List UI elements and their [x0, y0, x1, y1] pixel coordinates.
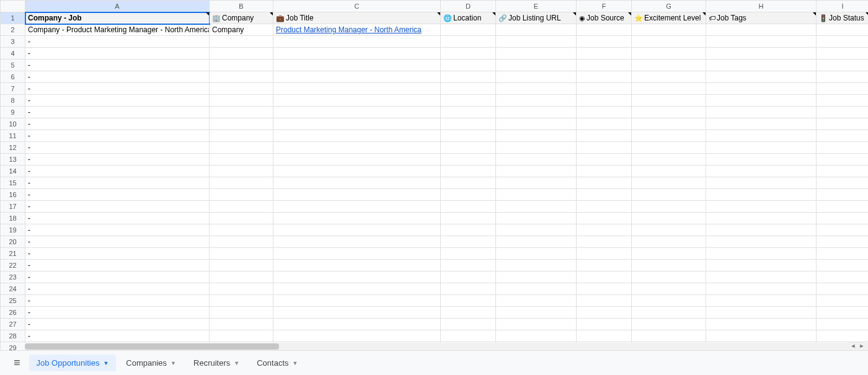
cell-E8[interactable] — [496, 95, 577, 107]
cell-D27[interactable] — [441, 319, 496, 330]
tab-menu-arrow-icon[interactable]: ▼ — [234, 360, 239, 366]
row-header-25[interactable]: 25 — [1, 295, 25, 307]
cell-C28[interactable] — [273, 330, 441, 342]
row-header-1[interactable]: 1 — [1, 12, 25, 24]
cell-G23[interactable] — [632, 271, 706, 283]
cell-E21[interactable] — [496, 248, 577, 260]
cell-A4[interactable]: - — [25, 48, 210, 60]
cell-H6[interactable] — [706, 71, 817, 83]
cell-D7[interactable] — [441, 83, 496, 95]
cell-E17[interactable] — [496, 201, 577, 213]
cell-A19[interactable]: - — [25, 224, 210, 236]
cell-I5[interactable] — [817, 60, 869, 71]
cell-D17[interactable] — [441, 201, 496, 213]
cell-D13[interactable] — [441, 154, 496, 165]
cell-G2[interactable] — [632, 24, 706, 36]
cell-B10[interactable] — [210, 118, 273, 130]
cell-E2[interactable] — [496, 24, 577, 36]
row-header-15[interactable]: 15 — [1, 177, 25, 189]
cell-D4[interactable] — [441, 48, 496, 60]
cell-C16[interactable] — [273, 189, 441, 201]
cell-A17[interactable]: - — [25, 201, 210, 213]
column-header-H[interactable]: H — [706, 1, 817, 12]
cell-D20[interactable] — [441, 236, 496, 248]
cell-D12[interactable] — [441, 142, 496, 154]
cell-C7[interactable] — [273, 83, 441, 95]
cell-A7[interactable]: - — [25, 83, 210, 95]
column-header-F[interactable]: F — [577, 1, 632, 12]
cell-G6[interactable] — [632, 71, 706, 83]
cell-H20[interactable] — [706, 236, 817, 248]
cell-I9[interactable] — [817, 107, 869, 118]
cell-F26[interactable] — [577, 307, 632, 319]
cell-D3[interactable] — [441, 36, 496, 48]
cell-F8[interactable] — [577, 95, 632, 107]
cell-B26[interactable] — [210, 307, 273, 319]
cell-H22[interactable] — [706, 260, 817, 271]
cell-F27[interactable] — [577, 319, 632, 330]
cell-A24[interactable]: - — [25, 283, 210, 295]
cell-B17[interactable] — [210, 201, 273, 213]
cell-D18[interactable] — [441, 213, 496, 224]
row-header-13[interactable]: 13 — [1, 154, 25, 165]
cell-G12[interactable] — [632, 142, 706, 154]
row-header-7[interactable]: 7 — [1, 83, 25, 95]
cell-I6[interactable] — [817, 71, 869, 83]
row-header-6[interactable]: 6 — [1, 71, 25, 83]
row-header-11[interactable]: 11 — [1, 130, 25, 142]
cell-H27[interactable] — [706, 319, 817, 330]
cell-F7[interactable] — [577, 83, 632, 95]
cell-E7[interactable] — [496, 83, 577, 95]
cell-D24[interactable] — [441, 283, 496, 295]
column-header-I[interactable]: I — [817, 1, 869, 12]
tab-menu-arrow-icon[interactable]: ▼ — [103, 360, 108, 366]
cell-G10[interactable] — [632, 118, 706, 130]
cell-E15[interactable] — [496, 177, 577, 189]
cell-I23[interactable] — [817, 271, 869, 283]
sheet-tab-contacts[interactable]: Contacts▼ — [249, 355, 305, 371]
cell-I16[interactable] — [817, 189, 869, 201]
cell-G28[interactable] — [632, 330, 706, 342]
cell-F9[interactable] — [577, 107, 632, 118]
cell-I14[interactable] — [817, 165, 869, 177]
cell-F17[interactable] — [577, 201, 632, 213]
cell-H7[interactable] — [706, 83, 817, 95]
tab-menu-arrow-icon[interactable]: ▼ — [170, 360, 176, 366]
spreadsheet-grid[interactable]: ABCDEFGHI1Company - Job🏢Company💼Job Titl… — [0, 0, 868, 350]
cell-A11[interactable]: - — [25, 130, 210, 142]
cell-H1[interactable]: 🏷Job Tags — [706, 12, 817, 24]
cell-I24[interactable] — [817, 283, 869, 295]
cell-H9[interactable] — [706, 107, 817, 118]
cell-C20[interactable] — [273, 236, 441, 248]
cell-G20[interactable] — [632, 236, 706, 248]
cell-F21[interactable] — [577, 248, 632, 260]
cell-C9[interactable] — [273, 107, 441, 118]
cell-D16[interactable] — [441, 189, 496, 201]
sheet-tab-companies[interactable]: Companies▼ — [118, 355, 184, 371]
row-header-12[interactable]: 12 — [1, 142, 25, 154]
cell-G1[interactable]: ⭐Excitement Level — [632, 12, 706, 24]
cell-E25[interactable] — [496, 295, 577, 307]
cell-F1[interactable]: ◉Job Source — [577, 12, 632, 24]
cell-F16[interactable] — [577, 189, 632, 201]
cell-B3[interactable] — [210, 36, 273, 48]
row-header-22[interactable]: 22 — [1, 260, 25, 271]
cell-H17[interactable] — [706, 201, 817, 213]
cell-F11[interactable] — [577, 130, 632, 142]
tab-menu-arrow-icon[interactable]: ▼ — [293, 360, 298, 366]
cell-D22[interactable] — [441, 260, 496, 271]
cell-A6[interactable]: - — [25, 71, 210, 83]
cell-C17[interactable] — [273, 201, 441, 213]
cell-F28[interactable] — [577, 330, 632, 342]
cell-F20[interactable] — [577, 236, 632, 248]
cell-E3[interactable] — [496, 36, 577, 48]
cell-B25[interactable] — [210, 295, 273, 307]
cell-C2[interactable]: Product Marketing Manager - North Americ… — [273, 24, 441, 36]
cell-A13[interactable]: - — [25, 154, 210, 165]
cell-B27[interactable] — [210, 319, 273, 330]
cell-B28[interactable] — [210, 330, 273, 342]
cell-I19[interactable] — [817, 224, 869, 236]
horizontal-scrollbar[interactable] — [25, 343, 868, 350]
cell-E1[interactable]: 🔗Job Listing URL — [496, 12, 577, 24]
cell-G5[interactable] — [632, 60, 706, 71]
